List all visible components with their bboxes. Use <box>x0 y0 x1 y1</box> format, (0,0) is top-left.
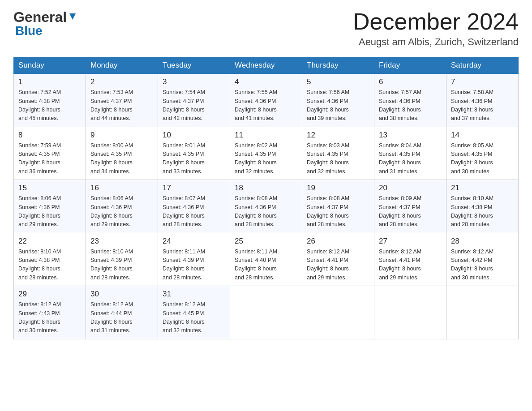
logo-general-text: General <box>13 9 67 26</box>
day-number: 1 <box>18 77 81 86</box>
day-info: Sunrise: 8:07 AMSunset: 4:36 PMDaylight:… <box>163 194 225 229</box>
weekday-header-saturday: Saturday <box>446 57 519 74</box>
calendar-cell <box>302 286 374 339</box>
day-number: 25 <box>235 237 297 246</box>
logo-triangle-icon <box>68 12 77 21</box>
calendar-cell: 9Sunrise: 8:00 AMSunset: 4:35 PMDaylight… <box>86 127 158 180</box>
day-info: Sunrise: 7:52 AMSunset: 4:38 PMDaylight:… <box>18 88 81 123</box>
calendar-cell <box>230 286 302 339</box>
calendar-cell: 4Sunrise: 7:55 AMSunset: 4:36 PMDaylight… <box>230 74 302 127</box>
day-number: 18 <box>235 184 297 193</box>
calendar-cell <box>374 286 446 339</box>
day-number: 10 <box>163 131 225 140</box>
day-info: Sunrise: 7:58 AMSunset: 4:36 PMDaylight:… <box>451 88 514 123</box>
day-number: 29 <box>18 290 81 299</box>
calendar-cell: 10Sunrise: 8:01 AMSunset: 4:35 PMDayligh… <box>158 127 230 180</box>
day-number: 21 <box>451 184 514 193</box>
svg-marker-0 <box>69 13 76 20</box>
calendar-cell: 28Sunrise: 8:12 AMSunset: 4:42 PMDayligh… <box>446 233 519 286</box>
day-number: 13 <box>379 131 442 140</box>
location-subtitle: Aeugst am Albis, Zurich, Switzerland <box>353 36 519 48</box>
day-number: 12 <box>307 131 369 140</box>
day-number: 26 <box>307 237 369 246</box>
day-info: Sunrise: 8:06 AMSunset: 4:36 PMDaylight:… <box>90 194 153 229</box>
day-info: Sunrise: 8:10 AMSunset: 4:39 PMDaylight:… <box>90 248 153 283</box>
calendar-cell: 20Sunrise: 8:09 AMSunset: 4:37 PMDayligh… <box>374 180 446 233</box>
calendar-cell: 22Sunrise: 8:10 AMSunset: 4:38 PMDayligh… <box>14 233 86 286</box>
day-info: Sunrise: 8:10 AMSunset: 4:38 PMDaylight:… <box>451 194 514 229</box>
calendar-week-row: 8Sunrise: 7:59 AMSunset: 4:35 PMDaylight… <box>14 127 519 180</box>
calendar-cell: 7Sunrise: 7:58 AMSunset: 4:36 PMDaylight… <box>446 74 519 127</box>
calendar-header: SundayMondayTuesdayWednesdayThursdayFrid… <box>14 57 519 74</box>
day-info: Sunrise: 8:12 AMSunset: 4:41 PMDaylight:… <box>307 248 369 283</box>
day-info: Sunrise: 8:08 AMSunset: 4:37 PMDaylight:… <box>307 194 369 229</box>
calendar-week-row: 22Sunrise: 8:10 AMSunset: 4:38 PMDayligh… <box>14 233 519 286</box>
day-info: Sunrise: 8:12 AMSunset: 4:44 PMDaylight:… <box>90 300 153 335</box>
weekday-header-tuesday: Tuesday <box>158 57 230 74</box>
day-info: Sunrise: 8:10 AMSunset: 4:38 PMDaylight:… <box>18 248 81 283</box>
weekday-header-friday: Friday <box>374 57 446 74</box>
day-info: Sunrise: 8:06 AMSunset: 4:36 PMDaylight:… <box>18 194 81 229</box>
logo-blue-text: Blue <box>15 24 43 38</box>
day-info: Sunrise: 7:57 AMSunset: 4:36 PMDaylight:… <box>379 88 442 123</box>
day-number: 28 <box>451 237 514 246</box>
day-number: 23 <box>90 237 153 246</box>
calendar-cell: 12Sunrise: 8:03 AMSunset: 4:35 PMDayligh… <box>302 127 374 180</box>
day-number: 5 <box>307 77 369 86</box>
calendar-week-row: 1Sunrise: 7:52 AMSunset: 4:38 PMDaylight… <box>14 74 519 127</box>
calendar-cell: 25Sunrise: 8:11 AMSunset: 4:40 PMDayligh… <box>230 233 302 286</box>
day-info: Sunrise: 8:12 AMSunset: 4:45 PMDaylight:… <box>163 300 225 335</box>
day-info: Sunrise: 7:53 AMSunset: 4:37 PMDaylight:… <box>90 88 153 123</box>
day-info: Sunrise: 8:00 AMSunset: 4:35 PMDaylight:… <box>90 141 153 176</box>
calendar-cell: 15Sunrise: 8:06 AMSunset: 4:36 PMDayligh… <box>14 180 86 233</box>
day-number: 19 <box>307 184 369 193</box>
day-info: Sunrise: 8:04 AMSunset: 4:35 PMDaylight:… <box>379 141 442 176</box>
day-number: 15 <box>18 184 81 193</box>
calendar-cell: 14Sunrise: 8:05 AMSunset: 4:35 PMDayligh… <box>446 127 519 180</box>
day-info: Sunrise: 7:55 AMSunset: 4:36 PMDaylight:… <box>235 88 297 123</box>
day-info: Sunrise: 8:12 AMSunset: 4:43 PMDaylight:… <box>18 300 81 335</box>
day-info: Sunrise: 8:12 AMSunset: 4:42 PMDaylight:… <box>451 248 514 283</box>
weekday-header-thursday: Thursday <box>302 57 374 74</box>
calendar-cell: 5Sunrise: 7:56 AMSunset: 4:36 PMDaylight… <box>302 74 374 127</box>
day-number: 27 <box>379 237 442 246</box>
day-info: Sunrise: 8:09 AMSunset: 4:37 PMDaylight:… <box>379 194 442 229</box>
day-info: Sunrise: 8:08 AMSunset: 4:36 PMDaylight:… <box>235 194 297 229</box>
calendar-cell: 27Sunrise: 8:12 AMSunset: 4:41 PMDayligh… <box>374 233 446 286</box>
calendar-cell: 11Sunrise: 8:02 AMSunset: 4:35 PMDayligh… <box>230 127 302 180</box>
day-info: Sunrise: 8:11 AMSunset: 4:39 PMDaylight:… <box>163 248 225 283</box>
calendar-cell: 19Sunrise: 8:08 AMSunset: 4:37 PMDayligh… <box>302 180 374 233</box>
title-block: December 2024 Aeugst am Albis, Zurich, S… <box>353 9 519 48</box>
month-year-title: December 2024 <box>353 9 519 34</box>
day-info: Sunrise: 7:59 AMSunset: 4:35 PMDaylight:… <box>18 141 81 176</box>
calendar-cell: 2Sunrise: 7:53 AMSunset: 4:37 PMDaylight… <box>86 74 158 127</box>
day-number: 31 <box>163 290 225 299</box>
logo: General Blue <box>13 9 77 38</box>
day-number: 4 <box>235 77 297 86</box>
day-number: 7 <box>451 77 514 86</box>
day-number: 2 <box>90 77 153 86</box>
calendar-cell: 6Sunrise: 7:57 AMSunset: 4:36 PMDaylight… <box>374 74 446 127</box>
day-info: Sunrise: 8:01 AMSunset: 4:35 PMDaylight:… <box>163 141 225 176</box>
calendar-cell: 31Sunrise: 8:12 AMSunset: 4:45 PMDayligh… <box>158 286 230 339</box>
calendar-cell: 16Sunrise: 8:06 AMSunset: 4:36 PMDayligh… <box>86 180 158 233</box>
day-number: 8 <box>18 131 81 140</box>
calendar-cell: 17Sunrise: 8:07 AMSunset: 4:36 PMDayligh… <box>158 180 230 233</box>
weekday-row: SundayMondayTuesdayWednesdayThursdayFrid… <box>14 57 519 74</box>
day-info: Sunrise: 8:03 AMSunset: 4:35 PMDaylight:… <box>307 141 369 176</box>
calendar-cell: 26Sunrise: 8:12 AMSunset: 4:41 PMDayligh… <box>302 233 374 286</box>
weekday-header-monday: Monday <box>86 57 158 74</box>
day-info: Sunrise: 8:05 AMSunset: 4:35 PMDaylight:… <box>451 141 514 176</box>
calendar-cell: 1Sunrise: 7:52 AMSunset: 4:38 PMDaylight… <box>14 74 86 127</box>
calendar-cell: 30Sunrise: 8:12 AMSunset: 4:44 PMDayligh… <box>86 286 158 339</box>
calendar-cell: 24Sunrise: 8:11 AMSunset: 4:39 PMDayligh… <box>158 233 230 286</box>
day-number: 11 <box>235 131 297 140</box>
day-number: 3 <box>163 77 225 86</box>
day-number: 14 <box>451 131 514 140</box>
day-number: 6 <box>379 77 442 86</box>
day-number: 16 <box>90 184 153 193</box>
day-number: 24 <box>163 237 225 246</box>
day-number: 20 <box>379 184 442 193</box>
day-number: 17 <box>163 184 225 193</box>
day-info: Sunrise: 8:02 AMSunset: 4:35 PMDaylight:… <box>235 141 297 176</box>
